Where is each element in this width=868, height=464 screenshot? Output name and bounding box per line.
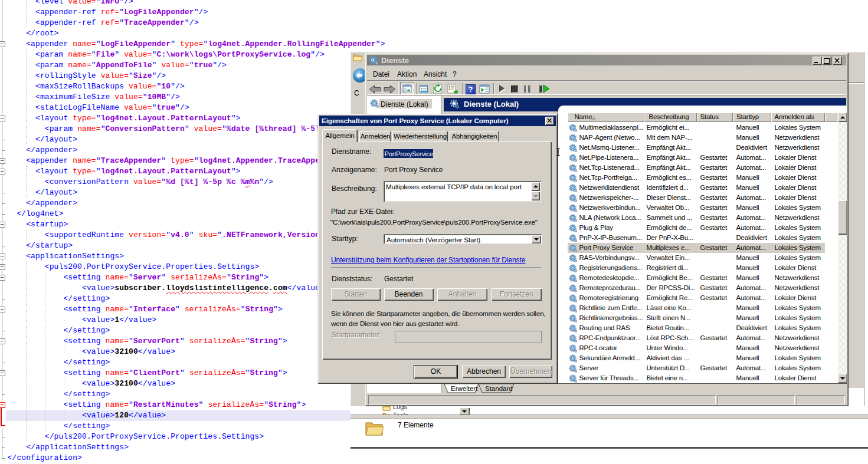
svg-text:Standard: Standard	[485, 385, 513, 392]
svg-text:Erweitert: Erweitert	[451, 385, 478, 392]
